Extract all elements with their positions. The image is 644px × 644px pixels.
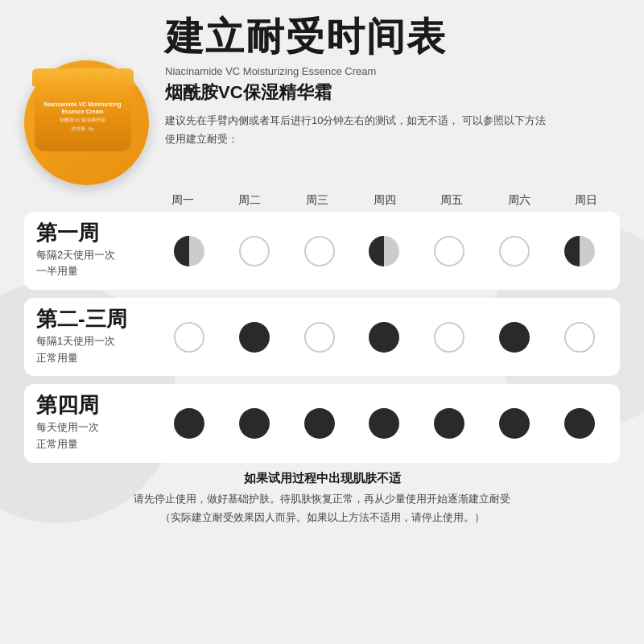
jar-net-weight: 净含量: 8g xyxy=(67,126,97,133)
page: Niacinamide VC Moisturizing Essence Crea… xyxy=(0,0,644,644)
week1-circle-sun xyxy=(563,234,597,268)
empty-circle-icon xyxy=(304,322,335,353)
empty-circle-icon xyxy=(499,236,530,266)
full-circle-icon xyxy=(239,408,270,439)
footer-warning-title: 如果试用过程中出现肌肤不适 xyxy=(24,471,620,486)
jar-text-en2: Essence Cream xyxy=(55,108,109,115)
day-headers-row: 周一 周二 周三 周四 周五 周六 周日 xyxy=(24,193,620,208)
week23-circles xyxy=(157,320,612,354)
full-circle-icon xyxy=(499,322,530,353)
week4-circle-sun xyxy=(563,407,597,440)
product-image: Niacinamide VC Moisturizing Essence Crea… xyxy=(24,60,149,185)
empty-circle-icon xyxy=(434,322,464,353)
day-header-fri: 周五 xyxy=(418,193,485,208)
footer-warning-text: 请先停止使用，做好基础护肤。待肌肤恢复正常，再从少量使用开始逐渐建立耐受 （实际… xyxy=(24,490,620,529)
week23-desc: 每隔1天使用一次 正常用量 xyxy=(36,333,157,367)
week23-circle-mon xyxy=(172,320,206,354)
week4-circle-tue xyxy=(237,407,271,440)
week4-circle-sat xyxy=(497,407,531,440)
week1-circles xyxy=(157,234,612,268)
week23-circle-tue xyxy=(237,320,271,354)
empty-circle-icon xyxy=(239,236,270,266)
half-circle-icon xyxy=(369,236,399,266)
empty-circle-icon xyxy=(174,322,204,353)
full-circle-icon xyxy=(369,408,399,439)
week23-label: 第二-三周 每隔1天使用一次 正常用量 xyxy=(32,308,157,366)
description-text: 建议先在手臂内侧或者耳后进行10分钟左右的测试，如无不适， 可以参照以下方法使用… xyxy=(165,111,551,149)
week23-circle-sun xyxy=(563,320,597,354)
week1-circle-wed xyxy=(303,234,336,268)
schedule-table: 周一 周二 周三 周四 周五 周六 周日 第一周 每隔2天使用一次 一半用量 xyxy=(24,193,620,463)
week1-desc: 每隔2天使用一次 一半用量 xyxy=(36,247,157,281)
week23-circle-sat xyxy=(497,320,531,354)
week23-title: 第二-三周 xyxy=(36,308,157,331)
week1-circle-mon xyxy=(172,234,206,268)
week4-circle-wed xyxy=(303,407,336,440)
day-header-sat: 周六 xyxy=(485,193,553,208)
week4-circle-fri xyxy=(432,407,466,440)
day-header-sun: 周日 xyxy=(552,193,620,208)
half-circle-icon xyxy=(174,236,204,266)
empty-circle-icon xyxy=(304,236,335,266)
full-circle-icon xyxy=(434,408,464,439)
week23-circle-fri xyxy=(432,320,466,354)
day-header-tue: 周二 xyxy=(217,193,284,208)
jar-text-en: Niacinamide VC Moisturizing xyxy=(37,101,127,108)
content-area: Niacinamide VC Moisturizing Essence Crea… xyxy=(0,0,644,644)
product-name-cn: 烟酰胺VC保湿精华霜 xyxy=(165,80,620,105)
week1-title: 第一周 xyxy=(36,221,157,245)
week1-circle-thu xyxy=(367,234,401,268)
full-circle-icon xyxy=(499,408,530,439)
footer-section: 如果试用过程中出现肌肤不适 请先停止使用，做好基础护肤。待肌肤恢复正常，再从少量… xyxy=(24,471,620,529)
product-image-container: Niacinamide VC Moisturizing Essence Crea… xyxy=(24,60,149,185)
week23-row: 第二-三周 每隔1天使用一次 正常用量 xyxy=(24,298,620,376)
week4-title: 第四周 xyxy=(36,394,157,417)
empty-circle-icon xyxy=(564,322,595,353)
week1-circle-sat xyxy=(497,234,531,268)
week4-row: 第四周 每天使用一次 正常用量 xyxy=(24,384,620,462)
day-header-mon: 周一 xyxy=(149,193,217,208)
week1-circle-fri xyxy=(432,234,466,268)
full-circle-icon xyxy=(239,322,270,353)
header-section: Niacinamide VC Moisturizing Essence Crea… xyxy=(24,16,620,185)
half-circle-icon xyxy=(564,236,595,266)
full-circle-icon xyxy=(564,408,595,439)
main-title: 建立耐受时间表 xyxy=(165,16,620,59)
week23-circle-thu xyxy=(367,320,401,354)
week4-circles xyxy=(157,407,612,440)
week23-circle-wed xyxy=(303,320,336,354)
jar-body: Niacinamide VC Moisturizing Essence Crea… xyxy=(35,83,131,151)
week4-desc: 每天使用一次 正常用量 xyxy=(36,419,157,453)
week1-circle-tue xyxy=(237,234,271,268)
day-header-thu: 周四 xyxy=(351,193,419,208)
full-circle-icon xyxy=(174,408,204,439)
day-header-wed: 周三 xyxy=(283,193,351,208)
week1-row: 第一周 每隔2天使用一次 一半用量 xyxy=(24,212,620,290)
week4-circle-mon xyxy=(172,407,206,440)
full-circle-icon xyxy=(304,408,335,439)
week4-circle-thu xyxy=(367,407,401,440)
empty-circle-icon xyxy=(434,236,464,266)
week1-label: 第一周 每隔2天使用一次 一半用量 xyxy=(32,221,157,280)
week4-label: 第四周 每天使用一次 正常用量 xyxy=(32,394,157,452)
full-circle-icon xyxy=(369,322,399,353)
product-name-en: Niacinamide VC Moisturizing Essence Crea… xyxy=(165,65,620,77)
jar-text-cn: 烟酰胺VC保湿精华霜 xyxy=(56,117,109,124)
title-section: 建立耐受时间表 Niacinamide VC Moisturizing Esse… xyxy=(165,16,620,149)
